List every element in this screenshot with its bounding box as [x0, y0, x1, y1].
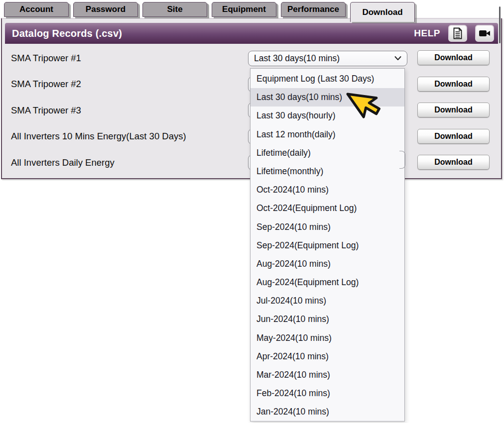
help-video-button[interactable] — [475, 25, 494, 42]
dropdown-option[interactable]: Sep-2024(10 mins) — [251, 218, 404, 236]
dropdown-option[interactable]: Jul-2024(10 mins) — [251, 292, 404, 310]
period-select-value: Last 30 days(10 mins) — [254, 53, 340, 64]
help-document-button[interactable] — [448, 25, 467, 42]
dropdown-option[interactable]: Aug-2024(Equipment Log) — [251, 273, 404, 292]
row-label-all-10min: All Inverters 10 Mins Energy(Last 30 Day… — [11, 131, 186, 142]
row-label-inverter-1: SMA Tripower #1 — [11, 53, 81, 64]
tab-account[interactable]: Account — [4, 2, 69, 17]
dropdown-option[interactable]: Last 30 days(hourly) — [251, 106, 404, 125]
tab-download[interactable]: Download — [350, 2, 415, 22]
dropdown-option[interactable]: Lifetime(daily) — [251, 144, 404, 162]
tab-equipment[interactable]: Equipment — [212, 2, 276, 17]
help-link[interactable]: HELP — [414, 28, 440, 39]
tab-performance[interactable]: Performance — [281, 2, 346, 17]
row-label-inverter-3: SMA Tripower #3 — [11, 105, 81, 116]
panel-header: Datalog Records (.csv) HELP — [5, 23, 498, 44]
download-button-row3[interactable]: Download — [417, 103, 490, 117]
download-button-row2[interactable]: Download — [417, 77, 490, 92]
select-corner-fragment — [399, 151, 405, 169]
dropdown-option[interactable]: Aug-2024(10 mins) — [251, 255, 404, 273]
chevron-down-icon — [394, 56, 401, 61]
video-camera-icon — [479, 29, 491, 38]
row-label-inverter-2: SMA Tripower #2 — [11, 79, 81, 90]
dropdown-option[interactable]: Jun-2024(10 mins) — [251, 310, 404, 328]
dropdown-scrollbar-thumb[interactable] — [499, 6, 501, 43]
download-button-row5[interactable]: Download — [417, 155, 490, 170]
download-button-row1[interactable]: Download — [417, 50, 490, 65]
dropdown-option[interactable]: May-2024(10 mins) — [251, 329, 404, 347]
tab-site[interactable]: Site — [142, 2, 207, 17]
dropdown-option[interactable]: Oct-2024(Equipment Log) — [251, 199, 404, 217]
dropdown-option[interactable]: Feb-2024(10 mins) — [251, 384, 404, 403]
dropdown-option[interactable]: Oct-2024(10 mins) — [251, 181, 404, 199]
period-dropdown-list: Equipment Log (Last 30 Days) Last 30 day… — [250, 68, 405, 422]
dropdown-option[interactable]: Equipment Log (Last 30 Days) — [251, 70, 404, 88]
tab-bar: Account Password Site Equipment Performa… — [4, 2, 415, 22]
page-title: Datalog Records (.csv) — [12, 28, 122, 39]
dropdown-option[interactable]: Lifetime(monthly) — [251, 162, 404, 181]
dropdown-option[interactable]: Last 12 month(daily) — [251, 125, 404, 144]
period-select-row1[interactable]: Last 30 days(10 mins) — [248, 51, 407, 66]
dropdown-option[interactable]: Jan-2024(10 mins) — [251, 403, 404, 421]
dropdown-option[interactable]: Apr-2024(10 mins) — [251, 347, 404, 366]
dropdown-option[interactable]: Mar-2024(10 mins) — [251, 366, 404, 384]
tab-password[interactable]: Password — [73, 2, 138, 17]
document-icon — [453, 27, 463, 39]
row-label-all-daily: All Inverters Daily Energy — [11, 157, 115, 168]
dropdown-option[interactable]: Sep-2024(Equipment Log) — [251, 236, 404, 255]
download-button-row4[interactable]: Download — [417, 129, 490, 144]
dropdown-option-highlighted[interactable]: Last 30 days(10 mins) — [251, 88, 404, 106]
